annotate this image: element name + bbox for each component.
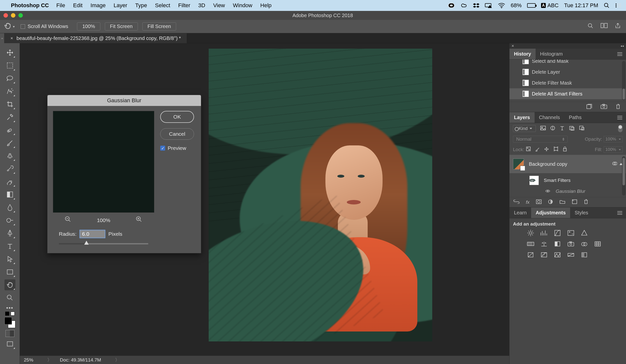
adj-hue-icon[interactable] bbox=[526, 240, 535, 248]
gaussian-blur-dialog[interactable]: Gaussian Blur 100% bbox=[47, 95, 201, 253]
toolbox-expand-handle[interactable]: ›› bbox=[0, 33, 4, 43]
adjustments-panel-menu[interactable] bbox=[614, 207, 626, 218]
zoom-tool[interactable] bbox=[4, 292, 15, 303]
crop-tool[interactable] bbox=[4, 99, 15, 110]
dialog-title[interactable]: Gaussian Blur bbox=[47, 95, 201, 106]
canvas-area[interactable]: Gaussian Blur 100% bbox=[20, 43, 509, 364]
battery-icon[interactable] bbox=[527, 3, 536, 8]
panel-collapse-icon[interactable]: ◂◂ bbox=[621, 44, 624, 48]
tab-channels[interactable]: Channels bbox=[535, 112, 565, 123]
brush-tool[interactable] bbox=[4, 137, 15, 148]
filter-entry-label[interactable]: Gaussian Blur bbox=[556, 189, 585, 194]
blend-mode-select[interactable]: Normal bbox=[513, 136, 568, 143]
hand-tool[interactable] bbox=[4, 279, 15, 290]
menu-help[interactable]: Help bbox=[260, 2, 272, 9]
marquee-tool[interactable] bbox=[4, 60, 15, 71]
adj-brightness-icon[interactable] bbox=[526, 229, 535, 237]
filter-type-icon[interactable] bbox=[560, 126, 565, 132]
delete-layer-icon[interactable] bbox=[584, 199, 588, 205]
layers-panel-menu[interactable] bbox=[614, 112, 626, 123]
history-panel-menu[interactable] bbox=[614, 49, 626, 59]
rectangle-tool[interactable] bbox=[4, 266, 15, 277]
dialog-zoom-in[interactable] bbox=[136, 216, 142, 224]
input-source[interactable]: A ABC bbox=[541, 2, 559, 9]
window-traffic-lights[interactable] bbox=[3, 13, 23, 18]
zoom-level-button[interactable]: 100% bbox=[77, 22, 100, 31]
smart-filter-indicator-icon[interactable] bbox=[612, 162, 617, 167]
menu-view[interactable]: View bbox=[213, 2, 225, 9]
quick-mask-toggle[interactable] bbox=[5, 330, 14, 337]
history-brush-tool[interactable] bbox=[4, 163, 15, 174]
window-minimize-button[interactable] bbox=[11, 13, 15, 18]
adj-colorbalance-icon[interactable] bbox=[540, 240, 548, 248]
filter-smart-icon[interactable] bbox=[579, 126, 585, 132]
adj-gradientmap-icon[interactable] bbox=[567, 251, 575, 259]
tab-history[interactable]: History bbox=[509, 49, 536, 59]
create-document-from-state-icon[interactable] bbox=[586, 104, 592, 110]
radius-input[interactable] bbox=[79, 230, 105, 238]
new-group-icon[interactable] bbox=[559, 199, 565, 205]
tab-learn[interactable]: Learn bbox=[509, 207, 531, 218]
display-mirror-icon[interactable] bbox=[485, 3, 492, 8]
dialog-zoom-out[interactable] bbox=[65, 216, 71, 224]
status-chevron-2[interactable]: 〉 bbox=[115, 357, 120, 363]
adj-vibrance-icon[interactable] bbox=[580, 229, 588, 237]
menu-window[interactable]: Window bbox=[233, 2, 252, 9]
search-icon[interactable] bbox=[587, 23, 594, 30]
app-menu-name[interactable]: Photoshop CC bbox=[11, 2, 49, 9]
dialog-cancel-button[interactable]: Cancel bbox=[160, 128, 194, 140]
adj-threshold-icon[interactable] bbox=[553, 251, 562, 259]
menubar-app-indicator[interactable] bbox=[448, 3, 455, 8]
lock-transparency-icon[interactable] bbox=[526, 147, 531, 153]
menu-select[interactable]: Select bbox=[155, 2, 170, 9]
status-zoom[interactable]: 25% bbox=[24, 357, 33, 363]
history-item[interactable]: Delete Filter Mask bbox=[509, 77, 626, 88]
dialog-ok-button[interactable]: OK bbox=[160, 111, 194, 123]
menu-layer[interactable]: Layer bbox=[114, 2, 127, 9]
smart-filters-row[interactable]: Smart Filters bbox=[509, 173, 626, 188]
opacity-field[interactable]: 100% bbox=[604, 136, 623, 142]
radius-slider[interactable] bbox=[59, 241, 148, 247]
adj-levels-icon[interactable] bbox=[540, 229, 548, 237]
filter-entry-row[interactable]: Gaussian Blur bbox=[509, 188, 626, 195]
scroll-all-windows-checkbox[interactable] bbox=[21, 24, 25, 29]
foreground-background-colors[interactable] bbox=[4, 317, 15, 328]
creative-cloud-icon[interactable] bbox=[460, 3, 468, 8]
menu-file[interactable]: File bbox=[56, 2, 65, 9]
tab-styles[interactable]: Styles bbox=[570, 207, 592, 218]
move-tool[interactable] bbox=[4, 47, 15, 58]
dodge-tool[interactable] bbox=[4, 215, 15, 226]
adj-channelmixer-icon[interactable] bbox=[580, 240, 588, 248]
fit-screen-button[interactable]: Fit Screen bbox=[105, 22, 138, 31]
wifi-icon[interactable] bbox=[498, 3, 505, 8]
document-tab[interactable]: × beautiful-beauty-female-2252368.jpg @ … bbox=[4, 33, 187, 43]
menu-image[interactable]: Image bbox=[90, 2, 106, 9]
history-list[interactable]: Select and Mask Delete Layer Delete Filt… bbox=[509, 60, 626, 102]
layer-thumbnail[interactable] bbox=[513, 159, 524, 169]
delete-state-icon[interactable] bbox=[616, 104, 621, 110]
filter-adjust-icon[interactable] bbox=[550, 126, 555, 132]
menu-edit[interactable]: Edit bbox=[73, 2, 82, 9]
layer-name[interactable]: Background copy bbox=[529, 161, 567, 167]
edit-toolbar-button[interactable]: ••• bbox=[6, 307, 13, 309]
panel-close-icon[interactable]: × bbox=[511, 43, 514, 49]
type-tool[interactable] bbox=[4, 241, 15, 252]
eraser-tool[interactable] bbox=[4, 176, 15, 187]
preview-checkbox[interactable]: ✓ bbox=[160, 146, 165, 151]
window-close-button[interactable] bbox=[3, 13, 8, 18]
window-titlebar[interactable]: Adobe Photoshop CC 2018 bbox=[0, 11, 626, 20]
layer-filter-toggle[interactable] bbox=[618, 125, 623, 132]
filter-shape-icon[interactable] bbox=[569, 126, 575, 132]
adj-exposure-icon[interactable] bbox=[567, 229, 575, 237]
filter-visibility[interactable] bbox=[545, 189, 551, 194]
tab-histogram[interactable]: Histogram bbox=[536, 49, 567, 59]
add-adjustment-icon[interactable] bbox=[548, 199, 553, 205]
tool-preset-dropdown[interactable]: ▾ bbox=[13, 25, 15, 29]
tab-paths[interactable]: Paths bbox=[564, 112, 586, 123]
layer-filter-kind[interactable]: Kind bbox=[513, 125, 536, 132]
adj-photofilter-icon[interactable] bbox=[567, 240, 575, 248]
lock-all-icon[interactable] bbox=[563, 147, 567, 153]
menu-type[interactable]: Type bbox=[135, 2, 147, 9]
quick-select-tool[interactable] bbox=[4, 86, 15, 97]
snapshot-icon[interactable] bbox=[601, 104, 607, 110]
